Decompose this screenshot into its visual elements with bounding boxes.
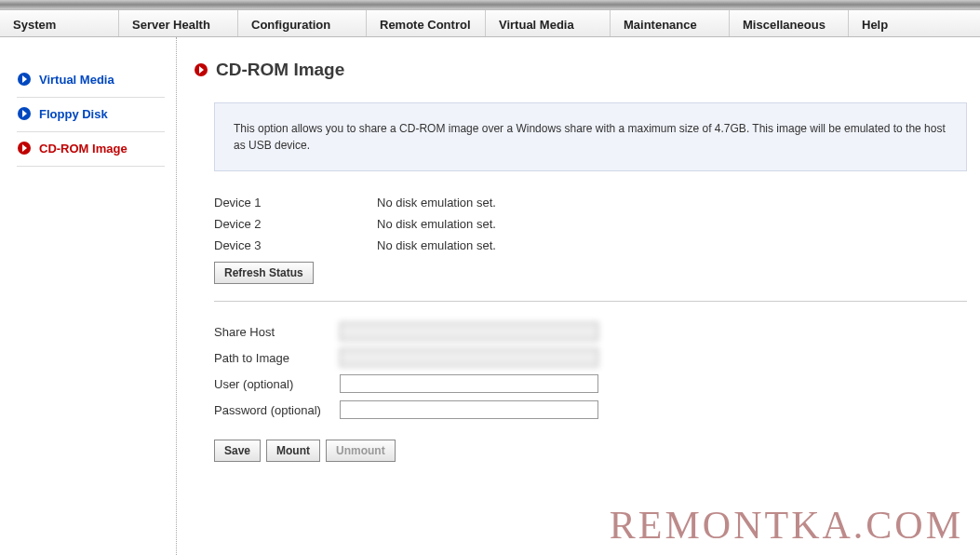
sidebar-item-floppy-disk[interactable]: Floppy Disk xyxy=(17,98,165,132)
device-label: Device 3 xyxy=(214,238,377,252)
divider xyxy=(214,301,967,302)
unmount-button[interactable]: Unmount xyxy=(326,440,396,462)
sidebar: Virtual Media Floppy Disk CD-ROM Image xyxy=(0,37,177,555)
nav-miscellaneous[interactable]: Miscellaneous xyxy=(730,10,849,36)
path-to-image-input[interactable] xyxy=(340,348,598,367)
device-status: No disk emulation set. xyxy=(377,196,496,210)
mount-form: Share Host Path to Image User (optional)… xyxy=(214,318,967,423)
device-row-1: Device 1 No disk emulation set. xyxy=(214,192,967,213)
arrow-right-icon xyxy=(17,106,32,121)
info-box: This option allows you to share a CD-ROM… xyxy=(214,102,967,171)
nav-server-health[interactable]: Server Health xyxy=(119,10,238,36)
device-row-3: Device 3 No disk emulation set. xyxy=(214,235,967,256)
refresh-status-button[interactable]: Refresh Status xyxy=(214,262,314,284)
sidebar-item-cdrom-image[interactable]: CD-ROM Image xyxy=(17,132,165,167)
share-host-label: Share Host xyxy=(214,325,340,339)
device-status: No disk emulation set. xyxy=(377,238,496,252)
sidebar-label: Virtual Media xyxy=(39,73,114,87)
arrow-right-icon xyxy=(17,72,32,87)
sidebar-label: CD-ROM Image xyxy=(39,142,128,156)
path-to-image-label: Path to Image xyxy=(214,351,340,365)
device-label: Device 1 xyxy=(214,196,377,210)
nav-maintenance[interactable]: Maintenance xyxy=(611,10,730,36)
user-label: User (optional) xyxy=(214,377,340,391)
nav-virtual-media[interactable]: Virtual Media xyxy=(486,10,611,36)
share-host-input[interactable] xyxy=(340,322,598,341)
top-gradient-bar xyxy=(0,0,980,9)
device-status: No disk emulation set. xyxy=(377,217,496,231)
sidebar-item-virtual-media[interactable]: Virtual Media xyxy=(17,63,165,98)
device-status-block: Device 1 No disk emulation set. Device 2… xyxy=(214,192,967,284)
action-buttons: Save Mount Unmount xyxy=(214,440,980,462)
save-button[interactable]: Save xyxy=(214,440,261,462)
nav-remote-control[interactable]: Remote Control xyxy=(367,10,486,36)
password-label: Password (optional) xyxy=(214,403,340,417)
page-title-text: CD-ROM Image xyxy=(216,60,344,80)
device-row-2: Device 2 No disk emulation set. xyxy=(214,213,967,235)
user-input[interactable] xyxy=(340,374,598,393)
nav-help[interactable]: Help xyxy=(849,10,980,36)
mount-button[interactable]: Mount xyxy=(266,440,320,462)
password-input[interactable] xyxy=(340,400,598,419)
nav-configuration[interactable]: Configuration xyxy=(238,10,367,36)
main-nav: System Server Health Configuration Remot… xyxy=(0,9,980,37)
page-title: CD-ROM Image xyxy=(194,60,980,80)
device-label: Device 2 xyxy=(214,217,377,231)
sidebar-label: Floppy Disk xyxy=(39,107,108,121)
nav-system[interactable]: System xyxy=(0,10,119,36)
main-content: CD-ROM Image This option allows you to s… xyxy=(177,37,980,555)
arrow-right-icon xyxy=(194,62,208,77)
arrow-right-icon xyxy=(17,141,32,156)
